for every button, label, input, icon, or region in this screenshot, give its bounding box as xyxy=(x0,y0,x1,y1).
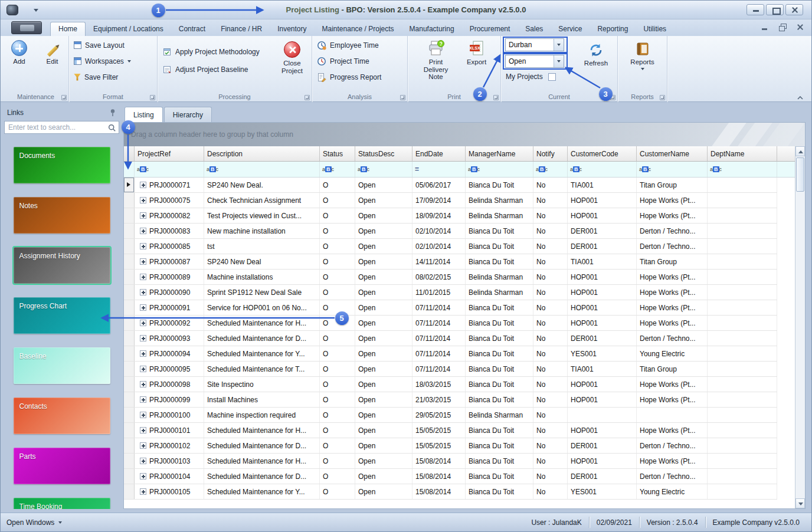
grid-cell-enddate[interactable]: 18/03/2015 xyxy=(412,377,466,392)
ribbon-tab-equipment-locations[interactable]: Equipment / Locations xyxy=(86,22,171,36)
grid-cell-managername[interactable]: Bianca Du Toit xyxy=(466,331,533,346)
scrollbar-thumb[interactable] xyxy=(796,157,804,192)
grid-cell-description[interactable]: Check Technician Assignment xyxy=(204,193,320,208)
grid-cell-deptname[interactable] xyxy=(708,254,777,269)
dialog-launcher-icon[interactable] xyxy=(150,95,155,100)
grid-cell-managername[interactable]: Bianca Du Toit xyxy=(466,362,533,376)
workspaces-button[interactable]: Workspaces xyxy=(69,53,157,69)
column-header-customercode[interactable]: CustomerCode xyxy=(568,146,637,161)
document-tab-listing[interactable]: Listing xyxy=(125,107,163,122)
grid-cell-notify[interactable]: No xyxy=(533,239,568,254)
grid-cell-notify[interactable]: No xyxy=(533,346,568,361)
grid-cell-customercode[interactable]: YES001 xyxy=(568,346,637,361)
grid-cell-statusdesc[interactable]: Open xyxy=(355,239,412,254)
ribbon-tab-maintenance-projects[interactable]: Maintenance / Projects xyxy=(315,22,402,36)
grid-cell-statusdesc[interactable]: Open xyxy=(355,331,412,346)
grid-cell-notify[interactable]: No xyxy=(533,392,568,407)
grid-cell-deptname[interactable] xyxy=(708,316,777,330)
expand-row-icon[interactable] xyxy=(140,212,146,219)
filter-cell-projectref[interactable]: aBc xyxy=(135,162,204,177)
grid-cell-status[interactable]: O xyxy=(320,377,355,392)
grid-cell-managername[interactable]: Bianca Du Toit xyxy=(466,423,533,438)
grid-cell-statusdesc[interactable]: Open xyxy=(355,285,412,300)
grid-cell-customername[interactable]: Hope Works (Pt... xyxy=(637,270,708,284)
grid-cell-description[interactable]: New machine installation xyxy=(204,224,320,238)
abc-filter-icon[interactable]: aBc xyxy=(570,166,582,172)
grid-cell-customercode[interactable]: DER001 xyxy=(568,331,637,346)
grid-cell-enddate[interactable]: 14/11/2014 xyxy=(412,254,466,269)
grid-cell-statusdesc[interactable]: Open xyxy=(355,438,412,453)
abc-filter-icon[interactable]: aBc xyxy=(536,166,548,172)
grid-cell-enddate[interactable]: 15/08/2014 xyxy=(412,454,466,468)
expand-row-icon[interactable] xyxy=(140,458,146,464)
ribbon-tab-finance-hr[interactable]: Finance / HR xyxy=(213,22,270,36)
grid-cell-managername[interactable]: Bianca Du Toit xyxy=(466,377,533,392)
edit-button[interactable]: Edit xyxy=(38,36,67,65)
column-header-statusdesc[interactable]: StatusDesc xyxy=(355,146,412,161)
search-input[interactable] xyxy=(5,121,119,133)
grid-cell-deptname[interactable] xyxy=(708,208,777,223)
grid-cell-notify[interactable]: No xyxy=(533,423,568,438)
scroll-down-icon[interactable] xyxy=(795,498,805,508)
sidebar-tile-notes[interactable]: Notes xyxy=(14,197,110,234)
table-row[interactable]: PRJ0000100Machine inspection requiredOOp… xyxy=(124,408,777,423)
sidebar-tile-time-booking[interactable]: Time Booking xyxy=(14,498,110,509)
grid-cell-description[interactable]: Machine installations xyxy=(204,270,320,284)
grid-cell-customercode[interactable]: HOP001 xyxy=(568,285,637,300)
grid-cell-customername[interactable]: Derton / Techno... xyxy=(637,239,708,254)
adjust-project-baseline-button[interactable]: Adjust Project Baseline xyxy=(158,61,274,78)
filter-cell-deptname[interactable]: aBc xyxy=(708,162,777,177)
column-header-notify[interactable]: Notify xyxy=(533,146,568,161)
grid-cell-customername[interactable]: Hope Works (Pt... xyxy=(637,377,708,392)
sidebar-tile-assignment-history[interactable]: Assignment History xyxy=(14,247,110,284)
grid-cell-customername[interactable]: Hope Works (Pt... xyxy=(637,454,708,468)
grid-cell-statusdesc[interactable]: Open xyxy=(355,362,412,376)
save-layout-button[interactable]: Save Layout xyxy=(69,37,157,53)
grid-cell-projectref[interactable]: PRJ0000082 xyxy=(135,208,204,223)
filter-cell-description[interactable]: aBc xyxy=(204,162,320,177)
ribbon-tab-manufacturing[interactable]: Manufacturing xyxy=(402,22,462,36)
table-row[interactable]: PRJ0000089Machine installationsOOpen08/0… xyxy=(124,270,777,285)
grid-cell-description[interactable]: Scheduled Maintenance for H... xyxy=(204,316,320,330)
grid-cell-deptname[interactable] xyxy=(708,408,777,422)
grid-cell-description[interactable]: Scheduled Maintenance for Y... xyxy=(204,346,320,361)
grid-cell-projectref[interactable]: PRJ0000100 xyxy=(135,408,204,422)
column-header-managername[interactable]: ManagerName xyxy=(466,146,533,161)
vertical-scrollbar[interactable] xyxy=(795,146,805,508)
column-header-description[interactable]: Description xyxy=(204,146,320,161)
table-row[interactable]: PRJ0000093Scheduled Maintenance for D...… xyxy=(124,331,777,346)
grid-cell-customername[interactable]: Derton / Techno... xyxy=(637,438,708,453)
grid-cell-managername[interactable]: Bianca Du Toit xyxy=(466,392,533,407)
grid-cell-deptname[interactable] xyxy=(708,331,777,346)
grid-cell-description[interactable]: Scheduled Maintenance for D... xyxy=(204,438,320,453)
grid-cell-customername[interactable]: Derton / Techno... xyxy=(637,469,708,484)
pin-icon[interactable] xyxy=(109,109,116,117)
grid-cell-managername[interactable]: Belinda Sharman xyxy=(466,270,533,284)
dialog-launcher-icon[interactable] xyxy=(660,95,665,100)
grid-cell-customercode[interactable]: HOP001 xyxy=(568,270,637,284)
grid-cell-notify[interactable]: No xyxy=(533,454,568,468)
grid-cell-deptname[interactable] xyxy=(708,270,777,284)
expand-row-icon[interactable] xyxy=(140,396,146,403)
grid-cell-notify[interactable]: No xyxy=(533,178,568,192)
expand-row-icon[interactable] xyxy=(140,473,146,480)
table-row[interactable]: PRJ0000098Site InspectinoOOpen18/03/2015… xyxy=(124,377,777,392)
sidebar-tile-baseline[interactable]: Baseline xyxy=(14,347,110,384)
grid-cell-statusdesc[interactable]: Open xyxy=(355,346,412,361)
grid-cell-notify[interactable]: No xyxy=(533,208,568,223)
grid-cell-description[interactable]: Sprint SP1912 New Deal Sale xyxy=(204,285,320,300)
grid-cell-enddate[interactable]: 07/11/2014 xyxy=(412,346,466,361)
grid-cell-customercode[interactable]: DER001 xyxy=(568,438,637,453)
grid-cell-description[interactable]: Site Inspectino xyxy=(204,377,320,392)
grid-cell-notify[interactable]: No xyxy=(533,300,568,315)
grid-cell-notify[interactable]: No xyxy=(533,408,568,422)
grid-cell-status[interactable]: O xyxy=(320,484,355,499)
grid-cell-projectref[interactable]: PRJ0000093 xyxy=(135,331,204,346)
grid-cell-deptname[interactable] xyxy=(708,224,777,238)
grid-cell-enddate[interactable]: 29/05/2015 xyxy=(412,408,466,422)
grid-cell-enddate[interactable]: 15/08/2014 xyxy=(412,484,466,499)
grid-cell-projectref[interactable]: PRJ0000089 xyxy=(135,270,204,284)
grid-cell-status[interactable]: O xyxy=(320,423,355,438)
grid-cell-deptname[interactable] xyxy=(708,423,777,438)
grid-cell-description[interactable]: Test Projects viewed in Cust... xyxy=(204,208,320,223)
